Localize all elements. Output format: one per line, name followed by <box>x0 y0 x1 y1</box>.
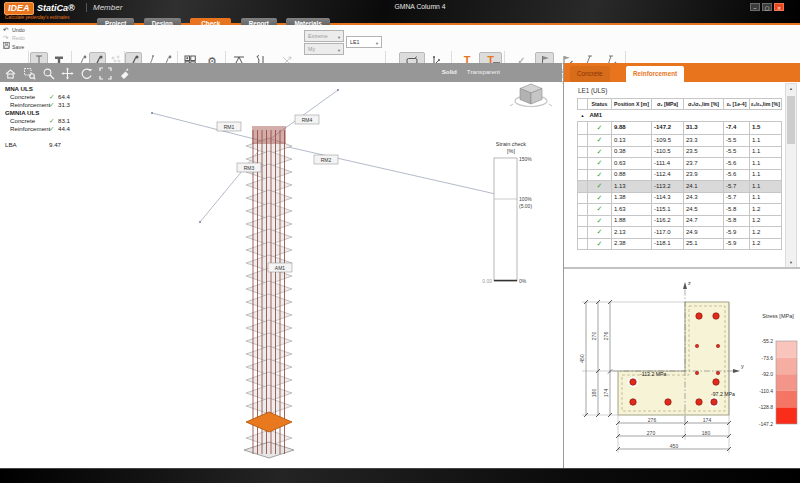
undo-button[interactable]: ↶Undo <box>3 26 25 34</box>
navigation-cube[interactable] <box>510 84 552 107</box>
table-row[interactable]: ✓1.38-114.324.3-5.71.1 <box>578 192 782 204</box>
table-row-extreme[interactable]: ✓ 9.88-147.2 31.3-7.4 1.5 <box>578 121 782 135</box>
status-check-icon: ✓ <box>588 215 612 227</box>
stress-legend: Stress [MPa] -55.2 -73.6 -92.0 -110.4 -1… <box>759 313 797 427</box>
home-view-icon[interactable] <box>4 66 17 79</box>
table-row[interactable]: ✓2.38-118.125.1-5.91.2 <box>578 238 782 250</box>
lba-value: 9.47 <box>49 141 61 149</box>
col-sigma: σₛ [MPa] <box>652 99 684 110</box>
clipping-tool-icon[interactable] <box>118 66 131 79</box>
extreme-dropdown[interactable]: Extreme▼ <box>304 30 344 42</box>
table-row[interactable]: ✓0.63-111.423.7-5.61.1 <box>578 158 782 170</box>
lba-label: LBA <box>5 141 49 149</box>
tab-concrete[interactable]: Concrete <box>570 66 610 82</box>
status-check-icon: ✓ <box>588 169 612 181</box>
dim-bottom-total: 450 <box>670 443 679 449</box>
strain-legend-title: Strain check <box>496 141 527 147</box>
y-axis-label: y <box>741 363 744 369</box>
summary-value: 83.1 <box>58 117 70 125</box>
table-row[interactable]: ✓0.88-112.423.9-5.61.1 <box>578 169 782 181</box>
summary-value: 44.4 <box>58 125 70 133</box>
status-check-icon: ✓ <box>588 192 612 204</box>
view-mode-solid[interactable]: Solid <box>442 68 457 75</box>
summary-row-label: Concrete <box>5 93 49 101</box>
status-check-icon: ✓ <box>588 238 612 250</box>
summary-row-label: Concrete <box>5 117 49 125</box>
fit-view-icon[interactable] <box>99 66 112 79</box>
brand-tagline: Calculate yesterday's estimates <box>5 15 69 20</box>
status-bar <box>0 468 800 483</box>
results-panel-header: Concrete Reinforcement <box>564 63 800 82</box>
check-icon: ✓ <box>49 125 58 133</box>
table-row[interactable]: ✓2.13-117.024.9-5.91.2 <box>578 227 782 239</box>
strain-tick-0: 0% <box>519 278 527 284</box>
stress-legend-title: Stress [MPa] <box>762 313 794 319</box>
table-row[interactable]: ✓1.88-116.224.7-5.81.2 <box>578 215 782 227</box>
table-header-row: Status Position X [m] σₛ [MPa] σₛ/σₛ,lim… <box>578 99 782 110</box>
rm2-label: RM2 <box>321 157 332 163</box>
summary-row-label: Reinforcement <box>5 101 49 109</box>
rm4-label: RM4 <box>302 117 313 123</box>
column-stirrups <box>244 138 294 458</box>
statica-logo-text: StatiCa® <box>37 2 75 14</box>
save-button[interactable]: Save <box>3 42 24 50</box>
reinforcement-check-table[interactable]: Status Position X [m] σₛ [MPa] σₛ/σₛ,lim… <box>577 98 782 250</box>
strain-tick-100-value: (5.00) <box>519 203 532 209</box>
window-title: GMNA Column 4 <box>340 3 500 10</box>
status-check-icon: ✓ <box>588 146 612 158</box>
zoom-window-icon[interactable] <box>23 66 36 79</box>
scrollbar-thumb[interactable] <box>787 96 795 144</box>
stress-value-right: -97.2 MPa <box>711 391 735 397</box>
col-position: Position X [m] <box>612 99 652 110</box>
table-row[interactable]: ✓0.38-110.523.5-5.51.1 <box>578 146 782 158</box>
dim-left-bottom: 180 <box>591 389 597 398</box>
table-row[interactable]: ✓0.13-109.523.3-5.51.1 <box>578 135 782 147</box>
product-name: Member <box>86 3 122 12</box>
dim-bottom-right: 180 <box>702 430 711 436</box>
am1-label: AM1 <box>275 265 286 271</box>
dim-left-bottom-inner: 174 <box>603 389 609 398</box>
maximize-icon: ▢ <box>765 5 770 11</box>
table-row[interactable]: ✓1.63-115.124.5-5.81.2 <box>578 204 782 216</box>
pan-icon[interactable] <box>61 66 74 79</box>
dim-left-top: 270 <box>591 332 597 341</box>
summary-group-title: MNA ULS <box>5 85 49 93</box>
strain-tick-100: 100% <box>519 196 532 202</box>
strain-tick-150: 150% <box>519 156 532 162</box>
group-row-am1[interactable]: ▲ AM1 <box>578 110 782 122</box>
view-mode-transparent[interactable]: Transparent <box>467 68 500 75</box>
panel-divider <box>564 267 800 269</box>
rotate-icon[interactable] <box>80 66 93 79</box>
table-row-selected[interactable]: ✓1.13-113.224.1-5.71.1 <box>578 181 782 193</box>
undo-icon: ↶ <box>3 26 12 34</box>
maximize-button[interactable]: ▢ <box>762 3 772 11</box>
stress-tick-5: -147.2 <box>759 421 773 427</box>
scroll-up-icon[interactable]: ▲ <box>786 84 796 94</box>
my-dropdown[interactable]: My▼ <box>304 43 344 55</box>
check-icon: ✓ <box>49 93 58 101</box>
summary-value: 64.4 <box>58 93 70 101</box>
close-button[interactable]: ✕ <box>774 3 784 11</box>
dim-left-total: 450 <box>579 354 585 363</box>
status-check-icon: ✓ <box>588 227 612 239</box>
dropdown-arrow-icon: ▼ <box>337 33 341 43</box>
model-viewport[interactable]: MNA ULS Concrete✓64.4 Reinforcement✓31.3… <box>0 82 562 468</box>
dim-left-top-inner: 276 <box>603 332 609 341</box>
tab-reinforcement[interactable]: Reinforcement <box>626 66 684 82</box>
col-status: Status <box>588 99 612 110</box>
redo-button[interactable]: ↷Redo <box>3 34 25 42</box>
status-check-icon: ✓ <box>588 158 612 170</box>
cross-section-view[interactable]: z y -113.2 MPa -97.2 MPa <box>564 272 800 468</box>
table-scrollbar[interactable]: ▲ ▼ <box>785 83 797 269</box>
minimize-button[interactable]: – <box>750 3 760 11</box>
stress-tick-1: -73.6 <box>762 355 774 361</box>
model-3d-scene[interactable]: RM1 RM4 RM2 RM3 AM1 Strain check [%] 150… <box>0 82 562 468</box>
rm3-label: RM3 <box>244 165 255 171</box>
strain-zero-value: 0.00 <box>482 278 492 284</box>
summary-row-label: Reinforcement <box>5 125 49 133</box>
viewport-toolbar: SolidTransparent <box>0 63 562 82</box>
col-sigma-ratio: σₛ/σₛ,lim [%] <box>684 99 724 110</box>
load-case-dropdown[interactable]: LE1▼ <box>346 36 382 48</box>
view-mode-switch: SolidTransparent <box>380 68 500 75</box>
zoom-icon[interactable] <box>42 66 55 79</box>
